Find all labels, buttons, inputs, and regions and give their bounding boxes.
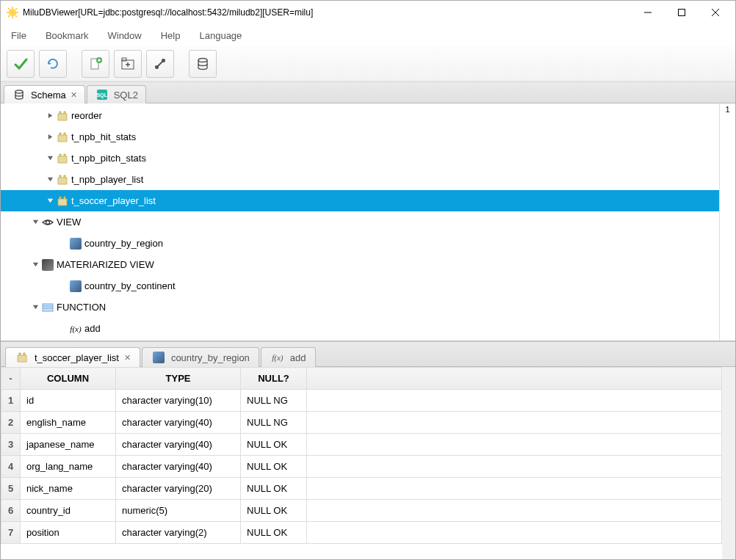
add-tab-button[interactable] <box>114 50 142 78</box>
tree-node[interactable]: t_soccer_player_list <box>1 190 719 211</box>
titlebar: MiluDBViewer[URL=jdbc:postgresql://local… <box>1 1 735 24</box>
table-row[interactable]: 5nick_namecharacter varying(20)NULL OK <box>1 478 722 500</box>
cell-type: numeric(5) <box>116 500 241 522</box>
header-rownum[interactable]: - <box>1 368 21 390</box>
tree-node[interactable]: VIEW <box>1 211 719 233</box>
tree-node[interactable]: MATERIARIZED VIEW <box>1 254 719 275</box>
detail-tab[interactable]: country_by_region <box>142 347 259 367</box>
connect-button[interactable] <box>146 50 174 78</box>
svg-line-8 <box>8 15 10 17</box>
confirm-button[interactable] <box>7 50 35 78</box>
object-tree[interactable]: reordert_npb_hit_statst_npb_pitch_statst… <box>1 103 719 341</box>
cell-type: character varying(20) <box>116 478 241 500</box>
table-row[interactable]: 2english_namecharacter varying(40)NULL N… <box>1 412 722 434</box>
menu-file[interactable]: File <box>11 30 26 41</box>
row-number: 1 <box>1 390 21 412</box>
window-title: MiluDBViewer[URL=jdbc:postgresql://local… <box>23 7 631 18</box>
tree-label: t_npb_player_list <box>71 174 143 185</box>
close-button[interactable] <box>699 1 732 23</box>
tree-node[interactable]: country_by_continent <box>1 275 719 297</box>
svg-point-19 <box>198 58 207 62</box>
tree-counter: 1 <box>719 103 735 341</box>
maximize-button[interactable] <box>665 1 699 23</box>
menu-bookmark[interactable]: Bookmark <box>46 30 89 41</box>
cell-spacer <box>307 478 722 500</box>
tree-node[interactable]: t_npb_hit_stats <box>1 126 719 148</box>
function-icon: f(x) <box>272 352 284 363</box>
tree-node[interactable]: t_npb_player_list <box>1 169 719 190</box>
tree-node[interactable]: FUNCTION <box>1 297 719 318</box>
tab-label: SQL2 <box>114 90 138 101</box>
expand-arrow-icon[interactable] <box>45 155 55 161</box>
expand-arrow-icon[interactable] <box>45 112 55 119</box>
menu-help[interactable]: Help <box>161 30 181 41</box>
cell-type: character varying(40) <box>116 456 241 478</box>
tree-node[interactable]: country_by_region <box>1 233 719 254</box>
tree-node[interactable]: f(x)add <box>1 318 719 339</box>
expand-arrow-icon[interactable] <box>30 304 40 310</box>
table-row[interactable]: 1idcharacter varying(10)NULL NG <box>1 390 722 412</box>
row-number: 2 <box>1 412 21 434</box>
table-row[interactable]: 4org_lang_namecharacter varying(40)NULL … <box>1 456 722 478</box>
svg-point-20 <box>15 90 23 93</box>
cell-type: character varying(40) <box>116 434 241 456</box>
cell-spacer <box>307 412 722 434</box>
table-row[interactable]: 6country_idnumeric(5)NULL OK <box>1 500 722 522</box>
database-icon <box>13 89 25 101</box>
cell-column: country_id <box>21 500 116 522</box>
cell-spacer <box>307 390 722 412</box>
detail-tab[interactable]: t_soccer_player_list✕ <box>5 347 140 367</box>
header-type[interactable]: TYPE <box>116 368 241 390</box>
table-row[interactable]: 3japanese_namecharacter varying(40)NULL … <box>1 434 722 456</box>
menubar: FileBookmarkWindowHelpLanguage <box>1 24 735 46</box>
scrollbar[interactable] <box>722 367 735 559</box>
table-row[interactable]: 7positioncharacter varying(2)NULL OK <box>1 522 722 544</box>
tab-label: add <box>290 352 306 363</box>
database-button[interactable] <box>189 50 217 78</box>
cell-column: position <box>21 522 116 544</box>
cell-null: NULL OK <box>241 522 307 544</box>
cell-column: english_name <box>21 412 116 434</box>
header-spacer <box>307 368 722 390</box>
menu-window[interactable]: Window <box>107 30 141 41</box>
image-icon <box>42 259 54 271</box>
close-icon[interactable]: ✕ <box>71 90 77 100</box>
expand-arrow-icon[interactable] <box>45 197 55 204</box>
tree-label: FUNCTION <box>57 302 106 313</box>
expand-arrow-icon[interactable] <box>45 176 55 183</box>
column-grid: - COLUMN TYPE NULL? 1idcharacter varying… <box>1 366 735 559</box>
expand-arrow-icon[interactable] <box>30 261 40 268</box>
row-number: 7 <box>1 522 21 544</box>
tree-node[interactable]: reorder <box>1 105 719 126</box>
table-icon <box>57 174 68 186</box>
header-column[interactable]: COLUMN <box>21 368 116 390</box>
column-table[interactable]: - COLUMN TYPE NULL? 1idcharacter varying… <box>1 367 722 559</box>
cell-type: character varying(10) <box>116 390 241 412</box>
image-icon <box>70 280 82 292</box>
tab-schema[interactable]: Schema✕ <box>4 85 85 103</box>
expand-arrow-icon[interactable] <box>45 134 55 140</box>
detail-tab[interactable]: f(x)add <box>261 347 316 367</box>
svg-point-0 <box>9 9 16 16</box>
sql-icon: SQL <box>96 89 108 101</box>
svg-point-21 <box>46 220 50 224</box>
cell-spacer <box>307 434 722 456</box>
tree-label: MATERIARIZED VIEW <box>57 259 154 270</box>
menu-language[interactable]: Language <box>199 30 242 41</box>
new-document-button[interactable] <box>82 50 109 78</box>
tree-label: country_by_continent <box>84 280 176 291</box>
svg-line-5 <box>8 8 10 10</box>
close-icon[interactable]: ✕ <box>124 353 131 363</box>
expand-arrow-icon[interactable] <box>30 219 40 225</box>
tree-node[interactable]: t_npb_pitch_stats <box>1 148 719 169</box>
minimize-button[interactable] <box>631 1 665 23</box>
refresh-button[interactable] <box>39 50 67 78</box>
cell-spacer <box>307 522 722 544</box>
function-icon: f(x) <box>70 323 82 335</box>
svg-rect-18 <box>162 59 165 62</box>
cell-column: japanese_name <box>21 434 116 456</box>
cell-null: NULL OK <box>241 478 307 500</box>
eye-icon <box>42 217 54 228</box>
tab-sql2[interactable]: SQLSQL2 <box>87 85 146 103</box>
header-null[interactable]: NULL? <box>241 368 307 390</box>
